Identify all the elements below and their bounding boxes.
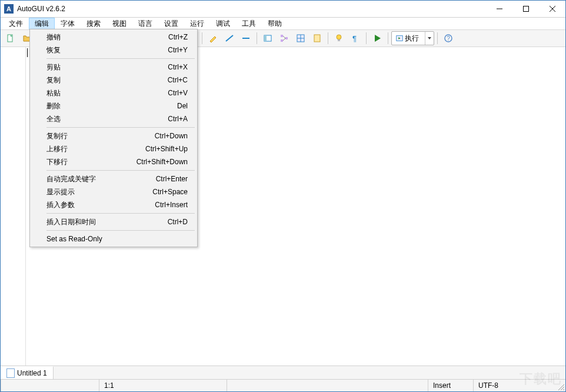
menuitem-shortcut: Ctrl+Space	[152, 188, 188, 196]
menuitem-shortcut: Ctrl+Z	[168, 33, 188, 41]
menuitem-label: 删除	[46, 101, 177, 111]
lightbulb-icon[interactable]	[331, 31, 347, 46]
status-mode: Insert	[428, 380, 473, 391]
svg-rect-27	[281, 35, 283, 37]
menuitem-shortcut: Ctrl+D	[168, 218, 188, 226]
svg-text:?: ?	[447, 35, 450, 42]
document-icon	[6, 368, 15, 378]
titlebar: A AutoGUI v2.6.2	[1, 1, 565, 18]
new-file-icon[interactable]	[3, 31, 18, 46]
menu-运行[interactable]: 运行	[184, 18, 210, 29]
menuitem-撤销[interactable]: 撤销Ctrl+Z	[31, 31, 196, 44]
menuitem-label: 插入日期和时间	[46, 217, 168, 227]
help-icon[interactable]: ?	[441, 31, 456, 46]
menuitem-shortcut: Ctrl+Y	[168, 46, 188, 54]
menu-separator	[46, 127, 195, 128]
menuitem-label: Set as Read-Only	[46, 235, 188, 243]
menubar: 文件编辑字体搜索视图语言设置运行调试工具帮助	[1, 18, 565, 29]
menuitem-复制行[interactable]: 复制行Ctrl+Down	[31, 129, 196, 142]
menuitem-label: 撤销	[46, 32, 168, 42]
menuitem-shortcut: Ctrl+Shift+Up	[145, 145, 188, 153]
ruler-icon[interactable]	[222, 31, 237, 46]
menuitem-下移行[interactable]: 下移行Ctrl+Shift+Down	[31, 155, 196, 168]
menuitem-shortcut: Ctrl+Shift+Down	[136, 158, 188, 166]
resize-grip[interactable]	[557, 383, 564, 390]
tab-label: Untitled 1	[17, 369, 47, 377]
menuitem-label: 插入参数	[46, 200, 155, 210]
menuitem-复制[interactable]: 复制Ctrl+C	[31, 74, 196, 87]
bookmark-icon[interactable]	[309, 31, 325, 46]
svg-rect-29	[285, 37, 288, 39]
app-icon: A	[4, 4, 14, 14]
menu-帮助[interactable]: 帮助	[262, 18, 288, 29]
menu-separator	[46, 58, 195, 59]
run-dropdown[interactable]: 执行	[391, 31, 434, 45]
menu-调试[interactable]: 调试	[210, 18, 236, 29]
svg-line-23	[226, 35, 233, 41]
menu-工具[interactable]: 工具	[236, 18, 262, 29]
line-icon[interactable]	[238, 31, 254, 46]
menuitem-shortcut: Ctrl+Down	[155, 132, 188, 140]
menuitem-恢复[interactable]: 恢复Ctrl+Y	[31, 44, 196, 57]
close-button[interactable]	[539, 1, 565, 17]
menu-separator	[46, 213, 195, 214]
svg-line-30	[283, 36, 285, 38]
highlight-icon[interactable]	[205, 31, 221, 46]
panel-icon[interactable]	[260, 31, 275, 46]
menuitem-shortcut: Ctrl+Enter	[156, 175, 188, 183]
menuitem-插入参数[interactable]: 插入参数Ctrl+Insert	[31, 198, 196, 211]
maximize-button[interactable]	[512, 1, 539, 17]
menuitem-shortcut: Del	[177, 102, 188, 110]
menuitem-删除[interactable]: 删除Del	[31, 99, 196, 112]
menu-设置[interactable]: 设置	[158, 18, 184, 29]
svg-rect-37	[338, 39, 340, 41]
menuitem-shortcut: Ctrl+A	[168, 115, 188, 123]
menuitem-自动完成关键字[interactable]: 自动完成关键字Ctrl+Enter	[31, 172, 196, 185]
run-dropdown-arrow[interactable]	[425, 32, 434, 45]
edit-menu-dropdown: 撤销Ctrl+Z恢复Ctrl+Y剪贴Ctrl+X复制Ctrl+C粘贴Ctrl+V…	[29, 29, 198, 247]
svg-line-31	[283, 38, 285, 41]
svg-rect-1	[523, 6, 528, 12]
status-pad	[1, 380, 99, 391]
svg-rect-35	[314, 35, 320, 42]
menuitem-Set as Read-Only[interactable]: Set as Read-Only	[31, 232, 196, 245]
menuitem-全选[interactable]: 全选Ctrl+A	[31, 112, 196, 125]
text-caret	[27, 48, 28, 57]
menu-视图[interactable]: 视图	[106, 18, 132, 29]
svg-rect-28	[281, 39, 283, 42]
menuitem-label: 全选	[46, 114, 168, 124]
menuitem-显示提示[interactable]: 显示提示Ctrl+Space	[31, 185, 196, 198]
pilcrow-icon[interactable]: ¶	[348, 31, 363, 46]
grid-icon[interactable]	[293, 31, 308, 46]
tree-icon[interactable]	[277, 31, 292, 46]
svg-line-44	[563, 389, 564, 390]
menu-字体[interactable]: 字体	[55, 18, 81, 29]
menuitem-label: 自动完成关键字	[46, 174, 156, 184]
menuitem-label: 显示提示	[46, 187, 152, 197]
window-title: AutoGUI v2.6.2	[17, 5, 65, 13]
minimize-button[interactable]	[486, 1, 512, 17]
play-icon[interactable]	[369, 31, 385, 46]
menu-编辑[interactable]: 编辑	[29, 18, 55, 29]
menuitem-shortcut: Ctrl+C	[168, 76, 188, 84]
menuitem-shortcut: Ctrl+Insert	[155, 201, 188, 209]
document-tab[interactable]: Untitled 1	[1, 366, 54, 379]
menu-文件[interactable]: 文件	[3, 18, 29, 29]
menu-separator	[46, 170, 195, 171]
status-encoding: UTF-8	[473, 380, 565, 391]
menuitem-label: 下移行	[46, 157, 136, 167]
svg-point-36	[337, 35, 341, 39]
editor-gutter	[1, 47, 26, 366]
menuitem-粘贴[interactable]: 粘贴Ctrl+V	[31, 87, 196, 99]
menu-语言[interactable]: 语言	[132, 18, 158, 29]
menuitem-label: 上移行	[46, 144, 145, 154]
run-label: 执行	[404, 34, 421, 44]
menuitem-插入日期和时间[interactable]: 插入日期和时间Ctrl+D	[31, 215, 196, 228]
menu-搜索[interactable]: 搜索	[81, 18, 106, 29]
status-position: 1:1	[99, 380, 227, 391]
menuitem-上移行[interactable]: 上移行Ctrl+Shift+Up	[31, 142, 196, 155]
menuitem-剪贴[interactable]: 剪贴Ctrl+X	[31, 61, 196, 74]
statusbar: 1:1 Insert UTF-8	[1, 379, 565, 391]
app-window: A AutoGUI v2.6.2 文件编辑字体搜索视图语言设置运行调试工具帮助 …	[0, 0, 566, 392]
menuitem-label: 恢复	[46, 45, 168, 55]
